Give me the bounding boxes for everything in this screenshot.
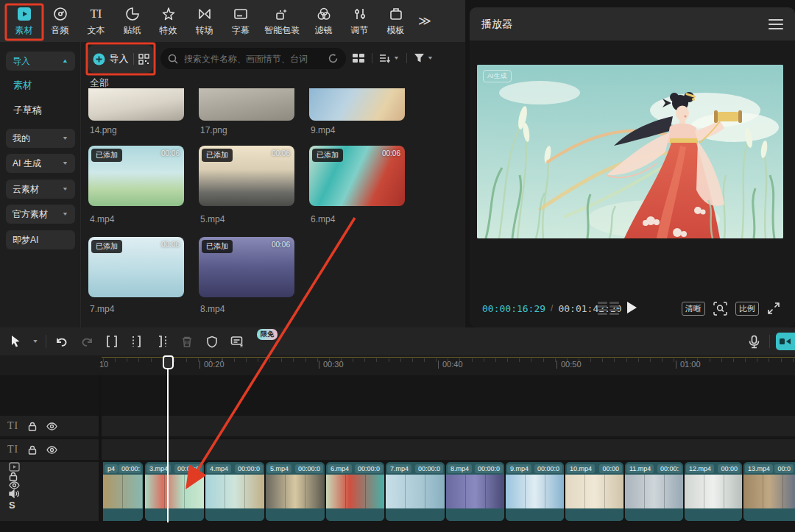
player-title: 播放器 bbox=[481, 18, 512, 31]
timeline-clip-6mp4[interactable]: 6.mp400:00:0 bbox=[326, 462, 384, 521]
ruler-range-line bbox=[102, 357, 795, 358]
refresh-icon[interactable] bbox=[328, 53, 339, 64]
search-input[interactable] bbox=[183, 53, 323, 65]
sidebar-item-official-material[interactable]: 官方素材 ▼ bbox=[6, 205, 75, 224]
timeline-clip-13mp4[interactable]: 13.mp400:0 bbox=[743, 462, 795, 521]
grid-view-icon[interactable] bbox=[352, 52, 365, 64]
clip-thumbnails bbox=[743, 475, 795, 508]
tab-captions[interactable]: 字幕 bbox=[222, 6, 258, 37]
current-time: 00:00:16:29 bbox=[482, 303, 545, 314]
tab-label: 滤镜 bbox=[315, 24, 333, 37]
duration-label: 00:06 bbox=[272, 149, 290, 157]
tab-material[interactable]: 素材 bbox=[6, 6, 42, 37]
media-card-6mp4[interactable]: 已添加 00:06 bbox=[309, 146, 405, 206]
qr-code-icon[interactable] bbox=[138, 54, 149, 65]
media-card-17png[interactable] bbox=[199, 88, 294, 121]
preview-zoom-icon[interactable] bbox=[713, 302, 727, 316]
redo-button[interactable] bbox=[74, 330, 99, 352]
tab-adjust[interactable]: 调节 bbox=[342, 6, 378, 37]
timeline-clip-3mp4[interactable]: 3.mp400:00:0 bbox=[145, 462, 204, 521]
text-track-2[interactable]: TI bbox=[0, 439, 795, 460]
import-button[interactable]: 导入 bbox=[88, 45, 153, 73]
cursor-tool-dropdown-icon[interactable]: ▼ bbox=[28, 330, 43, 352]
tab-transition[interactable]: 转场 bbox=[186, 6, 222, 37]
media-card-8mp4[interactable]: 已添加 00:06 bbox=[199, 237, 294, 297]
video-preview[interactable] bbox=[477, 65, 783, 238]
timeline-clip-2mp4[interactable]: p400:00: bbox=[103, 462, 143, 521]
timeline-clip-5mp4[interactable]: 5.mp400:00:0 bbox=[266, 462, 325, 521]
fullscreen-icon[interactable] bbox=[767, 302, 780, 315]
clip-thumbnails bbox=[326, 475, 384, 508]
clip-name: p4 bbox=[105, 464, 118, 473]
text-track-1[interactable]: TI bbox=[0, 416, 795, 436]
clip-duration: 00:00:0 bbox=[534, 464, 562, 473]
undo-button[interactable] bbox=[49, 330, 74, 352]
delete-button[interactable] bbox=[174, 330, 199, 352]
added-badge: 已添加 bbox=[202, 240, 233, 253]
sidebar-item-mine[interactable]: 我的 ▼ bbox=[6, 129, 75, 148]
tab-audio[interactable]: 音频 bbox=[42, 6, 78, 37]
timeline-clip-12mp4[interactable]: 12.mp400:00 bbox=[685, 462, 742, 521]
split-keep-left-button[interactable] bbox=[124, 330, 149, 352]
select-cursor-tool[interactable] bbox=[3, 330, 28, 352]
split-keep-right-button[interactable] bbox=[149, 330, 174, 352]
added-badge: 已添加 bbox=[312, 149, 343, 162]
play-button[interactable] bbox=[627, 302, 637, 313]
timeline-clip-11mp4[interactable]: 11.mp400:00: bbox=[625, 462, 683, 521]
timeline-clip-8mp4[interactable]: 8.mp400:00:0 bbox=[446, 462, 504, 521]
timeline-ruler[interactable]: 10 00:20 00:30 00:40 00:50 01:00 bbox=[0, 355, 795, 375]
tab-label: 调节 bbox=[351, 24, 369, 37]
clip-name: 6.mp4 bbox=[328, 464, 352, 473]
sidebar-item-jimeng-ai[interactable]: 即梦AI bbox=[6, 230, 75, 249]
filter-button[interactable]: ▼ bbox=[414, 53, 434, 63]
timeline-clip-7mp4[interactable]: 7.mp400:00:0 bbox=[386, 462, 445, 521]
tab-label: 智能包装 bbox=[264, 24, 300, 37]
auto-captions-button[interactable] bbox=[225, 330, 250, 352]
split-clip-button[interactable] bbox=[99, 330, 124, 352]
eye-icon[interactable] bbox=[46, 446, 57, 454]
timeline-clip-9mp4[interactable]: 9.mp400:00:0 bbox=[506, 462, 564, 521]
tab-filter[interactable]: 滤镜 bbox=[305, 6, 342, 37]
lock-icon[interactable] bbox=[28, 422, 37, 431]
media-filename: 17.png bbox=[200, 125, 227, 135]
preview-illustration bbox=[477, 65, 783, 238]
lock-icon[interactable] bbox=[28, 445, 37, 455]
sidebar-item-import[interactable]: 导入 ▲ bbox=[6, 52, 75, 71]
media-card-14png[interactable] bbox=[88, 88, 184, 121]
sort-button[interactable]: ▼ bbox=[379, 53, 400, 63]
record-voiceover-button[interactable] bbox=[741, 330, 766, 352]
playhead-handle[interactable] bbox=[163, 355, 174, 369]
tab-text[interactable]: TI 文本 bbox=[78, 6, 114, 37]
sidebar-item-cloud-material[interactable]: 云素材 ▼ bbox=[6, 180, 75, 199]
sidebar-item-ai-generate[interactable]: AI 生成 ▼ bbox=[6, 154, 75, 173]
toolbar-expand-icon[interactable]: ≫ bbox=[418, 13, 430, 29]
quality-button[interactable]: 清晰 bbox=[682, 302, 705, 316]
media-card-9mp4[interactable] bbox=[309, 88, 405, 121]
sort-icon bbox=[379, 53, 391, 63]
mask-shield-button[interactable] bbox=[199, 330, 225, 352]
main-track-magnet-icon[interactable] bbox=[776, 333, 795, 350]
timeline-clip-4mp4[interactable]: 4.mp400:00:0 bbox=[205, 462, 264, 521]
sidebar-item-label: 我的 bbox=[13, 132, 30, 145]
media-card-5mp4[interactable]: 已添加 00:06 bbox=[199, 146, 294, 206]
ratio-button[interactable]: 比例 bbox=[735, 302, 759, 316]
sidebar-item-subdraft[interactable]: 子草稿 bbox=[13, 104, 42, 117]
chevron-down-icon: ▼ bbox=[62, 160, 68, 166]
playhead-line[interactable] bbox=[167, 356, 169, 522]
sidebar-item-material[interactable]: 素材 bbox=[13, 79, 32, 92]
clip-duration: 00:00:0 bbox=[174, 464, 202, 473]
tab-effects[interactable]: 特效 bbox=[150, 6, 186, 37]
clip-thumbnails bbox=[565, 475, 623, 508]
media-card-7mp4[interactable]: 已添加 00:06 bbox=[88, 237, 184, 297]
preview-frames-icon bbox=[598, 297, 619, 319]
timeline-clip-10mp4[interactable]: 10.mp400:00 bbox=[565, 462, 623, 521]
clip-thumbnails bbox=[205, 475, 264, 508]
eye-icon[interactable] bbox=[46, 422, 57, 430]
clip-duration: 00:0 bbox=[774, 464, 794, 473]
tab-template[interactable]: 模板 bbox=[378, 6, 414, 37]
tab-smart-package[interactable]: 智能包装 bbox=[258, 6, 305, 37]
search-bar[interactable] bbox=[160, 48, 346, 69]
tab-sticker[interactable]: 贴纸 bbox=[114, 6, 150, 37]
player-menu-icon[interactable] bbox=[768, 16, 783, 32]
media-card-4mp4[interactable]: 已添加 00:06 bbox=[88, 146, 184, 206]
